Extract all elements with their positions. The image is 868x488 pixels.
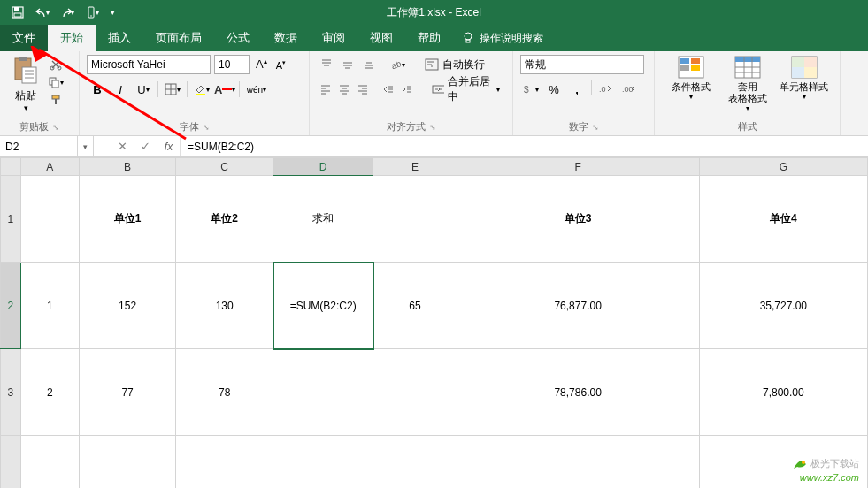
cell-f2[interactable]: 76,877.00 [457, 263, 699, 349]
conditional-formatting-button[interactable]: 条件格式 ▾ [666, 55, 716, 112]
redo-dropdown-icon[interactable]: ▾ [71, 9, 74, 17]
col-header-c[interactable]: C [176, 158, 273, 176]
number-format-select[interactable] [520, 55, 644, 74]
cell-c1[interactable]: 单位2 [176, 176, 273, 263]
touch-mode-button[interactable]: ▾ [81, 2, 103, 23]
border-button[interactable]: ▾ [162, 80, 183, 99]
cell-e1[interactable] [373, 176, 457, 263]
paste-dropdown-icon[interactable]: ▾ [7, 103, 44, 112]
formula-cancel-button[interactable]: ✕ [111, 136, 134, 156]
cell-e3[interactable] [373, 349, 457, 436]
touch-dropdown-icon[interactable]: ▾ [96, 9, 99, 17]
tab-data[interactable]: 数据 [262, 25, 310, 51]
formula-input[interactable]: =SUM(B2:C2) [181, 136, 868, 156]
decrease-font-button[interactable]: A▾ [273, 59, 288, 71]
tab-insert[interactable]: 插入 [96, 25, 143, 51]
row-header-2[interactable]: 2 [1, 263, 21, 349]
format-as-table-button[interactable]: 套用 表格格式 ▾ [723, 55, 772, 112]
cell-d3[interactable] [273, 349, 373, 436]
cell-f3[interactable]: 78,786.00 [457, 349, 699, 436]
bold-button[interactable]: B [87, 80, 108, 99]
name-box-dropdown[interactable]: ▾ [78, 136, 94, 156]
col-header-a[interactable]: A [20, 158, 79, 176]
select-all-corner[interactable] [1, 158, 21, 176]
align-center-button[interactable] [335, 80, 352, 98]
cell-g3[interactable]: 7,800.00 [699, 349, 867, 436]
comma-button[interactable]: , [566, 80, 588, 99]
orientation-button[interactable]: ab▾ [388, 56, 407, 73]
qat-customize-button[interactable]: ▾ [106, 2, 119, 23]
name-box[interactable]: D2 [0, 136, 78, 156]
format-painter-button[interactable] [46, 92, 65, 108]
cell-e2[interactable]: 65 [373, 263, 457, 349]
col-header-e[interactable]: E [373, 158, 457, 176]
accounting-format-button[interactable]: $▾ [520, 80, 542, 99]
align-middle-button[interactable] [338, 56, 357, 73]
col-header-g[interactable]: G [699, 158, 867, 176]
undo-button[interactable]: ▾ [32, 2, 53, 23]
phonetic-button[interactable]: wén▾ [243, 80, 270, 99]
tab-review[interactable]: 审阅 [310, 25, 357, 51]
increase-indent-button[interactable] [398, 80, 415, 98]
cell-g2[interactable]: 35,727.00 [699, 263, 867, 349]
underline-button[interactable]: U▾ [133, 80, 154, 99]
cell-b4[interactable] [79, 436, 176, 489]
cell-styles-button[interactable]: 单元格样式 ▾ [780, 55, 829, 112]
col-header-f[interactable]: F [457, 158, 699, 176]
cell-a2[interactable]: 1 [20, 263, 79, 349]
fill-color-button[interactable]: ▾ [191, 80, 212, 99]
cell-a4[interactable] [20, 436, 79, 489]
clipboard-launcher-icon[interactable]: ⤡ [52, 123, 59, 132]
number-launcher-icon[interactable]: ⤡ [592, 123, 599, 132]
tab-help[interactable]: 帮助 [405, 25, 453, 51]
formula-confirm-button[interactable]: ✓ [134, 136, 157, 156]
save-button[interactable] [7, 2, 28, 23]
font-size-input[interactable] [214, 55, 250, 74]
align-bottom-button[interactable] [359, 56, 379, 73]
paste-button[interactable]: 粘贴 ▾ [7, 55, 44, 112]
cell-f1[interactable]: 单位3 [457, 176, 699, 263]
font-launcher-icon[interactable]: ⤡ [203, 123, 210, 132]
tab-file[interactable]: 文件 [0, 25, 48, 51]
cell-c2[interactable]: 130 [176, 263, 273, 349]
font-color-button[interactable]: A▾ [214, 80, 235, 99]
cell-a1[interactable] [20, 176, 79, 263]
cell-e4[interactable] [373, 436, 457, 489]
tab-home[interactable]: 开始 [48, 25, 96, 51]
alignment-launcher-icon[interactable]: ⤡ [429, 123, 436, 132]
increase-decimal-button[interactable]: .0 [595, 80, 617, 99]
align-top-button[interactable] [317, 56, 336, 73]
tab-page-layout[interactable]: 页面布局 [143, 25, 214, 51]
cell-b1[interactable]: 单位1 [79, 176, 176, 263]
font-name-input[interactable] [87, 55, 211, 74]
tab-view[interactable]: 视图 [357, 25, 405, 51]
cell-d4[interactable] [273, 436, 373, 489]
cut-button[interactable] [46, 57, 65, 72]
decrease-indent-button[interactable] [380, 80, 396, 98]
align-right-button[interactable] [354, 80, 371, 98]
merge-center-button[interactable]: 合并后居中 ▾ [426, 80, 505, 99]
increase-font-button[interactable]: A▴ [253, 57, 270, 71]
row-header-4[interactable] [1, 436, 21, 489]
percent-button[interactable]: % [543, 80, 565, 99]
cell-f4[interactable] [457, 436, 699, 489]
align-left-button[interactable] [317, 80, 334, 98]
cell-d1[interactable]: 求和 [273, 176, 373, 263]
col-header-d[interactable]: D [273, 158, 373, 176]
tell-me-search[interactable]: 操作说明搜索 [453, 25, 552, 51]
row-header-3[interactable]: 3 [1, 349, 21, 436]
col-header-b[interactable]: B [79, 158, 176, 176]
cell-g1[interactable]: 单位4 [699, 176, 867, 263]
row-header-1[interactable]: 1 [1, 176, 21, 263]
copy-button[interactable]: ▾ [46, 74, 65, 90]
decrease-decimal-button[interactable]: .00 [618, 80, 640, 99]
undo-dropdown-icon[interactable]: ▾ [46, 9, 50, 17]
fx-icon[interactable]: fx [157, 136, 181, 156]
tab-formulas[interactable]: 公式 [214, 25, 262, 51]
redo-button[interactable]: ▾ [57, 2, 78, 23]
cell-c3[interactable]: 78 [176, 349, 273, 436]
cell-c4[interactable] [176, 436, 273, 489]
cell-b3[interactable]: 77 [79, 349, 176, 436]
cell-d2[interactable]: =SUM(B2:C2) [273, 263, 373, 349]
italic-button[interactable]: I [110, 80, 131, 99]
